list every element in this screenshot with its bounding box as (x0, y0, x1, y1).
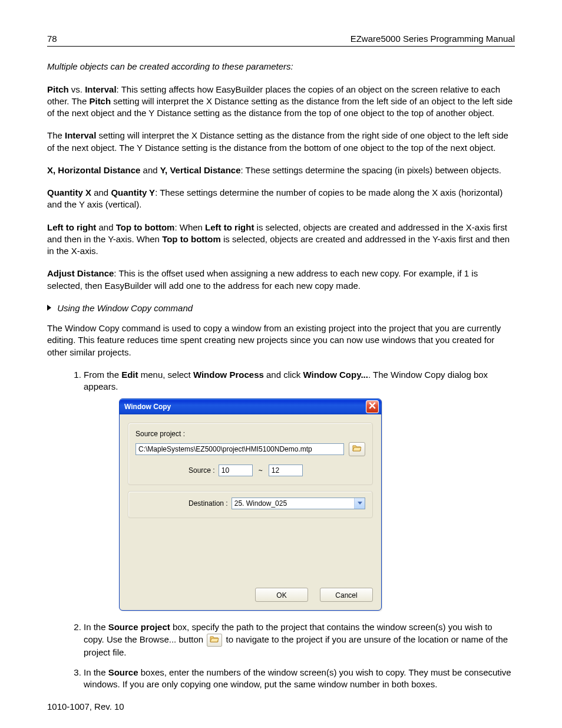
triangle-icon (47, 305, 51, 311)
dialog-titlebar[interactable]: Window Copy (120, 399, 381, 414)
browse-button-inline[interactable] (207, 634, 222, 647)
destination-combo[interactable]: 25. Window_025 (232, 498, 365, 509)
subheading: Using the Window Copy command (47, 302, 515, 314)
browse-button[interactable] (349, 442, 365, 456)
page-header: 78 EZware5000 Series Programming Manual (47, 33, 515, 47)
range-tilde: ~ (259, 466, 263, 475)
destination-group: Destination : 25. Window_025 (128, 491, 373, 518)
source-label: Source : (189, 466, 215, 475)
dialog-title: Window Copy (124, 402, 171, 411)
source-project-input[interactable] (135, 443, 344, 455)
list-item: In the Source boxes, enter the numbers o… (84, 667, 515, 691)
list-item: From the Edit menu, select Window Proces… (84, 369, 515, 611)
ok-button[interactable]: OK (255, 588, 308, 602)
destination-value: 25. Window_025 (232, 498, 354, 509)
window-copy-dialog: Window Copy Source project : (119, 398, 382, 611)
close-icon (369, 402, 376, 411)
source-from-input[interactable] (219, 465, 253, 476)
close-button[interactable] (366, 400, 379, 413)
paragraph-adjust: Adjust Distance: This is the offset used… (47, 268, 515, 292)
folder-open-icon (352, 444, 362, 454)
chevron-down-icon[interactable] (354, 498, 365, 509)
paragraph-distance: X, Horizontal Distance and Y, Vertical D… (47, 164, 515, 176)
folder-open-icon (210, 634, 219, 646)
paragraph-interval: The Interval setting will interpret the … (47, 130, 515, 154)
page-number: 78 (47, 33, 57, 45)
destination-label: Destination : (189, 499, 228, 508)
footer-revision: 1010-1007, Rev. 10 (47, 701, 515, 713)
paragraph-pitch-interval: Pitch vs. Interval: This setting affects… (47, 84, 515, 120)
source-project-group: Source project : Source : ~ (128, 423, 373, 485)
paragraph-window-copy-desc: The Window Copy command is used to copy … (47, 322, 515, 358)
cancel-button[interactable]: Cancel (320, 588, 373, 602)
intro-text: Multiple objects can be created accordin… (47, 61, 515, 73)
list-item: In the Source project box, specify the p… (84, 621, 515, 658)
manual-title: EZware5000 Series Programming Manual (351, 33, 515, 45)
source-to-input[interactable] (269, 465, 303, 476)
source-project-label: Source project : (135, 429, 365, 439)
paragraph-quantity: Quantity X and Quantity Y: These setting… (47, 187, 515, 211)
paragraph-direction: Left to right and Top to bottom: When Le… (47, 222, 515, 258)
